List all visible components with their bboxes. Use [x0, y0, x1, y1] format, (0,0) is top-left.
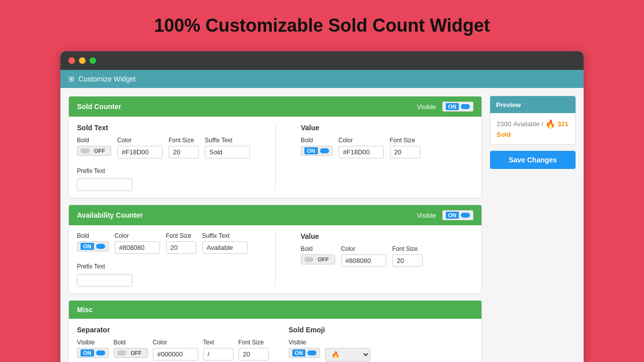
sep-color-label: Color	[153, 339, 198, 346]
emoji-visible-group: Visible ON	[289, 339, 320, 358]
availability-title: Availability Counter	[77, 211, 143, 219]
avail-text-prefix-label: Prefix Text	[77, 263, 250, 270]
sold-text-color-input[interactable]	[117, 146, 163, 158]
sold-text-prefix-label: Prefix Text	[77, 167, 250, 174]
sold-value-col: Value Bold ON Color	[301, 124, 473, 191]
minimize-dot[interactable]	[79, 57, 86, 64]
availability-counter-section: Availability Counter Visible ON	[68, 205, 482, 294]
avail-visible-track	[461, 213, 470, 218]
preview-available-text: Available	[513, 120, 540, 128]
misc-section: Misc Separator Visible ON	[68, 300, 482, 362]
sold-value-color-group: Color	[339, 137, 384, 158]
emoji-visible-toggle[interactable]: ON	[289, 348, 320, 358]
misc-header: Misc	[69, 301, 481, 319]
sold-text-title: Sold Text	[77, 124, 250, 132]
avail-text-bold-label: Bold	[77, 232, 109, 239]
sold-text-col: Sold Text Bold OFF	[77, 124, 250, 191]
emoji-select[interactable]: 🔥 ⚡ 💥 🏷️ ✅	[325, 348, 370, 361]
side-panel: Preview 2300 Available / 🔥321 Sold Save …	[490, 96, 576, 362]
sold-divider	[275, 124, 276, 191]
avail-two-col: Bold ON Color	[77, 232, 473, 287]
preview-content: 2300 Available / 🔥321 Sold	[490, 113, 576, 145]
sold-text-prefix-group: Prefix Text	[77, 163, 250, 191]
avail-value-title: Value	[301, 232, 474, 240]
sep-bold-toggle[interactable]: OFF	[114, 348, 148, 358]
avail-text-prefix-group: Prefix Text	[77, 259, 250, 287]
sold-value-color-input[interactable]	[339, 146, 384, 158]
save-changes-button[interactable]: Save Changes	[490, 151, 576, 169]
sep-text-label: Text	[203, 339, 233, 346]
sold-text-size-group: Font Size	[169, 137, 199, 158]
sep-text-input[interactable]	[203, 348, 233, 360]
sep-bold-label: Bold	[114, 339, 148, 346]
avail-text-suffix-label: Suffix Text	[202, 232, 248, 239]
sold-visible-toggle[interactable]: ON	[442, 102, 474, 112]
separator-section: Separator Visible ON	[77, 326, 269, 361]
sold-text-bold-label: Bold	[77, 137, 111, 144]
sep-size-input[interactable]	[238, 348, 269, 360]
emoji-visible-state: ON	[292, 349, 306, 356]
avail-text-size-label: Font Size	[166, 232, 196, 239]
sold-text-prefix-input[interactable]	[77, 178, 132, 191]
avail-value-color-group: Color	[341, 245, 386, 267]
sold-text-size-label: Font Size	[169, 137, 199, 144]
sold-text-bold-toggle[interactable]: OFF	[77, 146, 111, 156]
sold-value-title: Value	[301, 124, 473, 132]
sold-value-size-input[interactable]	[390, 146, 420, 158]
browser-content: Sold Counter Visible ON Sold Text	[60, 88, 584, 362]
misc-title: Misc	[77, 306, 93, 314]
avail-text-size-input[interactable]	[166, 241, 196, 254]
sep-color-group: Color	[153, 339, 198, 360]
sold-text-size-input[interactable]	[169, 146, 199, 158]
sold-text-bold-state: OFF	[92, 147, 108, 154]
emoji-visible-label: Visible	[289, 339, 320, 346]
avail-value-size-group: Font Size	[392, 245, 423, 267]
preview-available-count: 2300	[497, 120, 511, 128]
preview-fire-emoji: 🔥	[545, 119, 555, 129]
avail-text-suffix-input[interactable]	[202, 241, 248, 254]
sep-visible-track	[96, 350, 105, 355]
emoji-select-group: 🔥 ⚡ 💥 🏷️ ✅	[325, 339, 370, 361]
avail-divider	[275, 232, 276, 287]
sold-visible-label: Visible	[417, 103, 436, 111]
sold-value-fields: Bold ON Color	[301, 137, 473, 158]
preview-box: Preview	[490, 96, 576, 113]
misc-body: Separator Visible ON	[69, 319, 481, 362]
sep-size-label: Font Size	[238, 339, 269, 346]
sep-bold-state: OFF	[128, 349, 144, 356]
preview-sold-text: Sold	[497, 131, 511, 138]
avail-text-prefix-input[interactable]	[77, 274, 132, 287]
avail-visible-toggle[interactable]: ON	[442, 210, 474, 220]
avail-text-color-input[interactable]	[115, 241, 160, 254]
sold-visible-track	[461, 104, 470, 109]
avail-value-color-input[interactable]	[341, 254, 386, 267]
close-dot[interactable]	[68, 57, 75, 64]
browser-window: ⊞ Customize Widget Sold Counter Visible …	[60, 51, 584, 362]
sep-visible-toggle[interactable]: ON	[77, 348, 109, 358]
sep-color-input[interactable]	[153, 348, 198, 360]
avail-visible-state: ON	[446, 212, 459, 219]
sold-counter-header: Sold Counter Visible ON	[69, 97, 481, 117]
main-panel: Sold Counter Visible ON Sold Text	[68, 96, 482, 362]
avail-text-bold-group: Bold ON	[77, 232, 109, 251]
preview-separator: /	[541, 120, 543, 128]
sep-text-group: Text	[203, 339, 233, 360]
sold-text-suffix-input[interactable]	[205, 146, 250, 158]
avail-value-size-label: Font Size	[392, 245, 423, 252]
avail-value-fields: Bold OFF Color	[301, 245, 474, 267]
avail-text-bold-toggle[interactable]: ON	[77, 241, 109, 251]
avail-value-size-input[interactable]	[392, 254, 423, 267]
sold-value-bold-toggle[interactable]: ON	[301, 146, 333, 156]
avail-text-size-group: Font Size	[166, 232, 196, 254]
sold-value-size-label: Font Size	[390, 137, 420, 144]
browser-titlebar	[60, 51, 584, 70]
maximize-dot[interactable]	[90, 57, 96, 64]
browser-toolbar: ⊞ Customize Widget	[60, 70, 584, 88]
page-title: 100% Customizable Sold Count Widget	[154, 15, 490, 36]
misc-fields: Separator Visible ON	[77, 326, 473, 361]
avail-text-color-label: Color	[115, 232, 160, 239]
emoji-visible-track	[307, 350, 316, 355]
avail-value-bold-toggle[interactable]: OFF	[301, 254, 335, 264]
avail-text-fields: Bold ON Color	[77, 232, 250, 254]
availability-body: Bold ON Color	[69, 225, 481, 294]
